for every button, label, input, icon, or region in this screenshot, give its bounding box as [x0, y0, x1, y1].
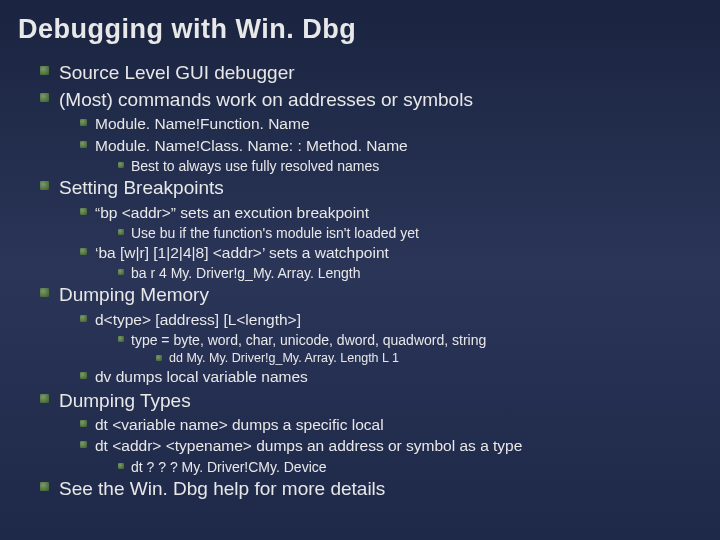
list-item: Module. Name!Class. Name: : Method. Name	[80, 136, 702, 156]
list-item-text: dt <variable name> dumps a specific loca…	[95, 415, 384, 435]
list-item-text: d<type> [address] [L<length>]	[95, 310, 301, 330]
bullet-icon	[80, 420, 87, 427]
bullet-icon	[118, 463, 124, 469]
bullet-icon	[80, 208, 87, 215]
bullet-icon	[40, 66, 49, 75]
list-item-text: dv dumps local variable names	[95, 367, 308, 387]
list-item: dt ? ? ? My. Driver!CMy. Device	[118, 458, 702, 476]
list-item: Module. Name!Function. Name	[80, 114, 702, 134]
list-item-text: dd My. My. Driver!g_My. Array. Length L …	[169, 350, 399, 366]
bullet-icon	[80, 441, 87, 448]
list-item-text: Use bu if the function's module isn't lo…	[131, 224, 419, 242]
list-item: dt <addr> <typename> dumps an address or…	[80, 436, 702, 456]
slide-title: Debugging with Win. Dbg	[18, 14, 702, 45]
list-item: Setting Breakpoints	[40, 176, 702, 201]
list-item-text: Module. Name!Class. Name: : Method. Name	[95, 136, 408, 156]
list-item: See the Win. Dbg help for more details	[40, 477, 702, 502]
bullet-icon	[40, 93, 49, 102]
bullet-icon	[156, 355, 162, 361]
bullet-icon	[40, 288, 49, 297]
list-item-text: See the Win. Dbg help for more details	[59, 477, 385, 502]
list-item-text: ba r 4 My. Driver!g_My. Array. Length	[131, 264, 361, 282]
bullet-icon	[118, 336, 124, 342]
bullet-icon	[118, 269, 124, 275]
list-item: Dumping Types	[40, 389, 702, 414]
list-item: Best to always use fully resolved names	[118, 157, 702, 175]
list-item-text: Best to always use fully resolved names	[131, 157, 379, 175]
list-item-text: “bp <addr>” sets an excution breakpoint	[95, 203, 369, 223]
list-item: d<type> [address] [L<length>]	[80, 310, 702, 330]
bullet-icon	[40, 482, 49, 491]
list-item: dt <variable name> dumps a specific loca…	[80, 415, 702, 435]
bullet-icon	[40, 394, 49, 403]
bullet-icon	[118, 229, 124, 235]
list-item-text: dt ? ? ? My. Driver!CMy. Device	[131, 458, 327, 476]
list-item: ‘ba [w|r] [1|2|4|8] <addr>’ sets a watch…	[80, 243, 702, 263]
list-item: dv dumps local variable names	[80, 367, 702, 387]
list-item: type = byte, word, char, unicode, dword,…	[118, 331, 702, 349]
bullet-icon	[40, 181, 49, 190]
list-item: (Most) commands work on addresses or sym…	[40, 88, 702, 113]
bullet-icon	[80, 315, 87, 322]
list-item-text: Module. Name!Function. Name	[95, 114, 310, 134]
list-item-text: type = byte, word, char, unicode, dword,…	[131, 331, 486, 349]
list-item: dd My. My. Driver!g_My. Array. Length L …	[156, 350, 702, 366]
list-item: ba r 4 My. Driver!g_My. Array. Length	[118, 264, 702, 282]
list-item-text: Dumping Types	[59, 389, 191, 414]
bullet-icon	[80, 119, 87, 126]
bullet-icon	[80, 141, 87, 148]
list-item: Dumping Memory	[40, 283, 702, 308]
list-item-text: Setting Breakpoints	[59, 176, 224, 201]
list-item: Source Level GUI debugger	[40, 61, 702, 86]
list-item-text: Dumping Memory	[59, 283, 209, 308]
bullet-icon	[80, 248, 87, 255]
list-item-text: (Most) commands work on addresses or sym…	[59, 88, 473, 113]
list-item-text: dt <addr> <typename> dumps an address or…	[95, 436, 522, 456]
list-item-text: ‘ba [w|r] [1|2|4|8] <addr>’ sets a watch…	[95, 243, 389, 263]
bullet-icon	[80, 372, 87, 379]
list-item: Use bu if the function's module isn't lo…	[118, 224, 702, 242]
list-item: “bp <addr>” sets an excution breakpoint	[80, 203, 702, 223]
list-item-text: Source Level GUI debugger	[59, 61, 295, 86]
bullet-icon	[118, 162, 124, 168]
slide-body: Source Level GUI debugger(Most) commands…	[18, 61, 702, 501]
